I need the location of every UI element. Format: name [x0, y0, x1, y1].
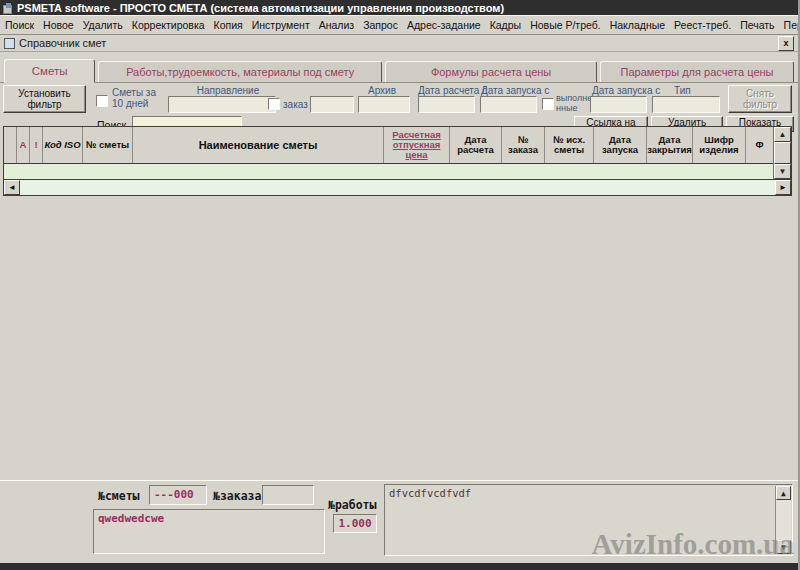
header-launch[interactable]: Дата запуска	[594, 127, 647, 163]
close-icon[interactable]: x	[778, 36, 794, 51]
data-zapuska2-input[interactable]	[590, 96, 647, 113]
vypolnennye-label: выполне нные	[556, 93, 590, 113]
table-header: А ! Код ISO № сметы Наименование сметы Р…	[4, 127, 773, 164]
set-filter-button[interactable]: Установить фильтр	[3, 85, 86, 113]
menu-item-6[interactable]: Инструмент	[252, 19, 310, 31]
menu-item-9[interactable]: Адрес-задание	[407, 19, 481, 31]
menu-item-13[interactable]: Реест-треб.	[674, 19, 731, 31]
tab-3[interactable]: Формулы расчета цены	[385, 61, 597, 82]
zakaz-label: заказ	[283, 99, 308, 110]
scroll-down-icon[interactable]: ▼	[774, 164, 791, 179]
menu-item-14[interactable]: Печать	[740, 19, 774, 31]
tip-input[interactable]	[652, 96, 720, 113]
tip-label: Тип	[674, 85, 691, 96]
footer-smeta-value[interactable]: ---000	[149, 485, 207, 505]
data-zapuska2-label: Дата запуска с	[592, 85, 660, 96]
menu-item-8[interactable]: Запрос	[363, 19, 398, 31]
menu-item-1[interactable]: Поиск	[5, 19, 34, 31]
napravlenie-input[interactable]	[168, 96, 276, 113]
footer-note-text: dfvcdfvcdfvdf	[389, 487, 471, 499]
napravlenie-label: Направление	[178, 85, 278, 96]
note-scroll-up-icon[interactable]: ▲	[776, 486, 791, 500]
smety-za-label: Сметы за 10 дней	[112, 87, 164, 109]
scroll-left-icon[interactable]: ◄	[4, 180, 20, 195]
header-excl[interactable]: !	[30, 127, 43, 163]
horizontal-scrollbar[interactable]: ◄ ►	[3, 180, 792, 196]
tab-1[interactable]: Сметы	[4, 59, 95, 83]
menu-bar: ПоискНовоеУдалитьКорректировкаКопияИнстр…	[0, 15, 798, 35]
smeta-table: А ! Код ISO № сметы Наименование сметы Р…	[3, 126, 792, 196]
footer-rabota-label: №работы	[328, 498, 376, 512]
header-marker	[4, 127, 17, 163]
inner-window-titlebar: Справочник смет x	[0, 35, 798, 52]
menu-item-15[interactable]: Перенос	[784, 19, 800, 31]
header-num[interactable]: № сметы	[83, 127, 133, 163]
header-order[interactable]: № заказа	[502, 127, 545, 163]
bottom-strip	[0, 563, 800, 570]
header-calc[interactable]: Дата расчета	[450, 127, 502, 163]
footer-smeta-label: №сметы	[98, 489, 140, 503]
header-iso[interactable]: Код ISO	[43, 127, 83, 163]
tab-4[interactable]: Параметры для расчета цены	[600, 61, 794, 82]
data-rascheta-label: Дата расчета с	[418, 85, 487, 96]
arhiv-label: Архив	[368, 85, 396, 96]
vscroll-thumb[interactable]	[774, 142, 791, 164]
tab-bar: СметыРаботы,трудоемкость, материалы под …	[0, 52, 798, 83]
app-icon	[3, 3, 13, 13]
footer-rabota-value[interactable]: 1.000	[333, 514, 377, 533]
arhiv-input[interactable]	[358, 96, 410, 113]
menu-item-10[interactable]: Кадры	[490, 19, 521, 31]
app-title: PSMETA software - ПРОСТО СМЕТА (система …	[17, 2, 504, 14]
tab-2[interactable]: Работы,трудоемкость, материалы под смету	[98, 61, 382, 82]
watermark: AvizInfo.com.ua	[592, 528, 794, 561]
vypolnennye-checkbox[interactable]	[542, 98, 554, 110]
menu-item-7[interactable]: Анализ	[319, 19, 354, 31]
menu-item-12[interactable]: Накладные	[610, 19, 665, 31]
footer-name-box[interactable]: qwedwedcwe	[93, 509, 325, 554]
menu-item-2[interactable]: Новое	[43, 19, 74, 31]
vertical-scrollbar[interactable]: ▲ ▼	[773, 127, 791, 179]
header-a[interactable]: А	[17, 127, 30, 163]
window-title: Справочник смет	[19, 37, 778, 49]
clear-filter-button[interactable]: Снять фильтр	[728, 85, 792, 113]
menu-item-3[interactable]: Удалить	[83, 19, 123, 31]
header-close[interactable]: Дата закрытия	[647, 127, 693, 163]
header-f[interactable]: Ф	[746, 127, 773, 163]
scroll-up-icon[interactable]: ▲	[774, 127, 791, 142]
menu-item-4[interactable]: Корректировка	[132, 19, 205, 31]
header-cipher[interactable]: Шифр изделия	[693, 127, 746, 163]
header-price[interactable]: Расчетная отпускная цена	[384, 127, 450, 163]
title-bar: PSMETA software - ПРОСТО СМЕТА (система …	[0, 0, 798, 15]
smety-za-checkbox[interactable]	[96, 95, 108, 107]
window-icon	[4, 38, 15, 49]
footer-zakaz-label: №заказа	[213, 489, 261, 503]
data-zapuska-input[interactable]	[480, 96, 537, 113]
scroll-right-icon[interactable]: ►	[775, 180, 791, 195]
data-rascheta-input[interactable]	[418, 96, 475, 113]
header-src[interactable]: № исх. сметы	[545, 127, 594, 163]
menu-item-5[interactable]: Копия	[214, 19, 243, 31]
data-zapuska-label: Дата запуска с	[481, 85, 549, 96]
zakaz-input[interactable]	[310, 96, 354, 113]
footer-zakaz-value[interactable]	[262, 485, 314, 505]
application-window: PSMETA software - ПРОСТО СМЕТА (система …	[0, 0, 800, 570]
menu-item-11[interactable]: Новые Р/треб.	[530, 19, 601, 31]
header-name[interactable]: Наименование сметы	[133, 127, 384, 163]
zakaz-checkbox[interactable]	[268, 98, 280, 110]
